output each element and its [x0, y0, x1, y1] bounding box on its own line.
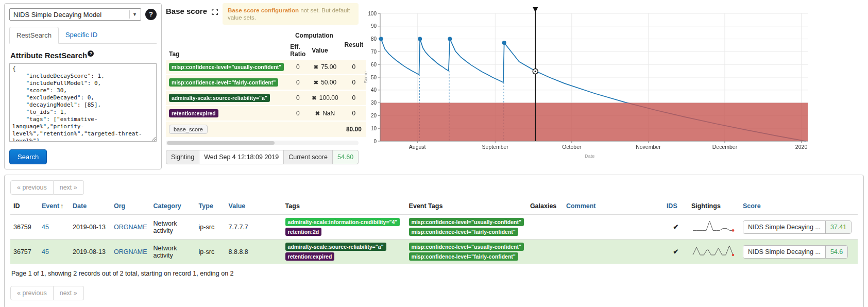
column-header-category[interactable]: Category [150, 198, 196, 214]
attribute-category: Network activity [150, 240, 196, 264]
event-link[interactable]: 45 [42, 248, 49, 255]
attribute-row: 36759452019-08-13ORGNAMENetwork activity… [10, 214, 858, 240]
x-tick-label: December [712, 144, 738, 150]
attribute-tags: admiralty-scale:information-credibility=… [282, 214, 406, 240]
attribute-galaxies [527, 214, 563, 240]
previous-page-button[interactable]: « previous [10, 180, 54, 195]
top-row: NIDS Simple Decaying Model ▼ ? RestSearc… [4, 3, 864, 169]
y-tick-label: 50 [371, 75, 377, 80]
cursor-handle-icon[interactable] [533, 7, 538, 12]
base-score-row: misp:confidence-level="fairly-confident"… [166, 75, 366, 90]
attribute-value: 7.7.7.7 [226, 214, 282, 240]
attribute-galaxies [527, 240, 563, 264]
y-tick-label: 0 [373, 139, 377, 144]
x-tick-label: October [562, 144, 582, 150]
pagination-summary: Page 1 of 1, showing 2 records out of 2 … [11, 270, 857, 277]
tag-badge: admiralty-scale:source-reliability="a" [285, 243, 386, 251]
attribute-type: ip-src [196, 240, 226, 264]
expand-icon[interactable] [212, 8, 218, 17]
model-help-button[interactable]: ? [145, 9, 157, 20]
scrollbar-thumb[interactable] [167, 141, 275, 145]
event-link[interactable]: 45 [42, 224, 49, 231]
search-button[interactable]: Search [9, 149, 47, 164]
x-tick-label: 2020 [795, 144, 808, 150]
col-eff-ratio: Eff. Ratio [287, 41, 309, 60]
column-header-score[interactable]: Score [740, 198, 858, 214]
sparkline-line [693, 246, 733, 255]
model-select[interactable]: NIDS Simple Decaying Model ▼ [9, 8, 141, 21]
decay-score-value: 37.41 [825, 221, 851, 233]
ids-check-icon: ✔ [667, 223, 685, 231]
tag-badge: misp:confidence-level="usually-confident… [409, 218, 524, 226]
column-header-type[interactable]: Type [196, 198, 226, 214]
sightings-sparkline [691, 218, 737, 234]
sighting-dot [418, 37, 422, 41]
event-tags: misp:confidence-level="usually-confident… [406, 240, 527, 264]
tag-badge: misp:confidence-level="fairly-confident" [169, 78, 278, 87]
y-tick-label: 10 [371, 126, 377, 131]
sighting-bar: Sighting Wed Sep 4 12:18:09 2019 Current… [166, 150, 359, 164]
base-score-panel: Base score Base score configuration not … [166, 3, 359, 164]
attribute-row: 36757452019-08-13ORGNAMENetwork activity… [10, 240, 858, 264]
column-header-date[interactable]: Date [70, 198, 111, 214]
ids-check-icon: ✔ [667, 248, 685, 255]
warning-strong-text: Base score configuration [228, 7, 299, 13]
cursor-marker-dot [535, 71, 536, 72]
attribute-sightings [688, 240, 740, 264]
column-header-value[interactable]: Value [226, 198, 282, 214]
current-score-value: 54.60 [333, 150, 359, 164]
page: NIDS Simple Decaying Model ▼ ? RestSearc… [0, 0, 868, 307]
tab-specific-id[interactable]: Specific ID [59, 27, 104, 44]
decay-score-model: NIDS Simple Decaying ... [743, 221, 825, 233]
event-tags: misp:confidence-level="usually-confident… [406, 214, 527, 240]
pagination-top: « previous next » [10, 180, 84, 195]
sighting-dot [502, 41, 506, 45]
org-link[interactable]: ORGNAME [114, 224, 147, 231]
tab-restsearch[interactable]: RestSearch [9, 27, 59, 44]
column-header-org[interactable]: Org [111, 198, 150, 214]
previous-page-button-bottom[interactable]: « previous [10, 286, 54, 300]
base-score-row: retention:expired0✖ NaN0 [166, 106, 366, 121]
org-link[interactable]: ORGNAME [114, 248, 147, 255]
current-score-label: Current score [284, 150, 333, 164]
y-tick-label: 30 [371, 100, 377, 106]
column-header-comment[interactable]: Comment [563, 198, 663, 214]
x-tick-label: November [636, 144, 661, 150]
column-header-event-tags: Event Tags [406, 198, 527, 214]
panel-heading: Attribute RestSearch? [10, 50, 157, 60]
sightings-sparkline [691, 243, 737, 259]
attribute-date: 2019-08-13 [70, 240, 111, 264]
y-tick-label: 60 [371, 62, 377, 67]
select-caret-icon: ▼ [129, 10, 140, 19]
attribute-comment [563, 214, 663, 240]
y-tick-label: 90 [371, 23, 377, 29]
base-score-table: Tag Computation Result Eff. Ratio Value … [166, 30, 366, 138]
table-hscrollbar[interactable] [166, 141, 359, 145]
decay-chart: 0102030405060708090100AugustSeptemberOct… [363, 4, 816, 161]
panel-heading-text: Attribute RestSearch [10, 51, 87, 60]
restsearch-query-input[interactable]: { "includeDecayScore": 1, "includeFullMo… [9, 63, 157, 142]
search-tabs: RestSearch Specific ID [9, 27, 157, 44]
multiply-icon: ✖ [312, 95, 316, 101]
model-panel: NIDS Simple Decaying Model ▼ ? RestSearc… [4, 3, 162, 169]
col-value: Value [309, 41, 341, 60]
decay-score-model: NIDS Simple Decaying ... [743, 246, 825, 258]
attribute-id: 36759 [10, 214, 39, 240]
tag-badge: misp:confidence-level="fairly-confident" [409, 252, 518, 261]
model-select-value: NIDS Simple Decaying Model [13, 11, 101, 19]
column-header-ids[interactable]: IDS [663, 198, 688, 214]
column-header-event[interactable]: Event↑ [39, 198, 70, 214]
base-score-summary-row: base_score 80.00 [166, 121, 366, 138]
column-header-tags: Tags [282, 198, 406, 214]
y-tick-label: 70 [371, 49, 377, 55]
tag-badge: retention:expired [285, 252, 335, 261]
next-page-button-bottom[interactable]: next » [54, 286, 84, 300]
results-panel: « previous next » IDEvent↑DateOrgCategor… [4, 175, 864, 307]
attribute-id: 36757 [10, 240, 39, 264]
tag-badge: admiralty-scale:source-reliability="a" [169, 94, 270, 102]
heading-help-icon[interactable]: ? [88, 50, 94, 57]
multiply-icon: ✖ [314, 79, 318, 86]
next-page-button[interactable]: next » [54, 180, 84, 195]
y-tick-label: 80 [371, 36, 377, 42]
pagination-bottom: « previous next » [10, 286, 84, 300]
